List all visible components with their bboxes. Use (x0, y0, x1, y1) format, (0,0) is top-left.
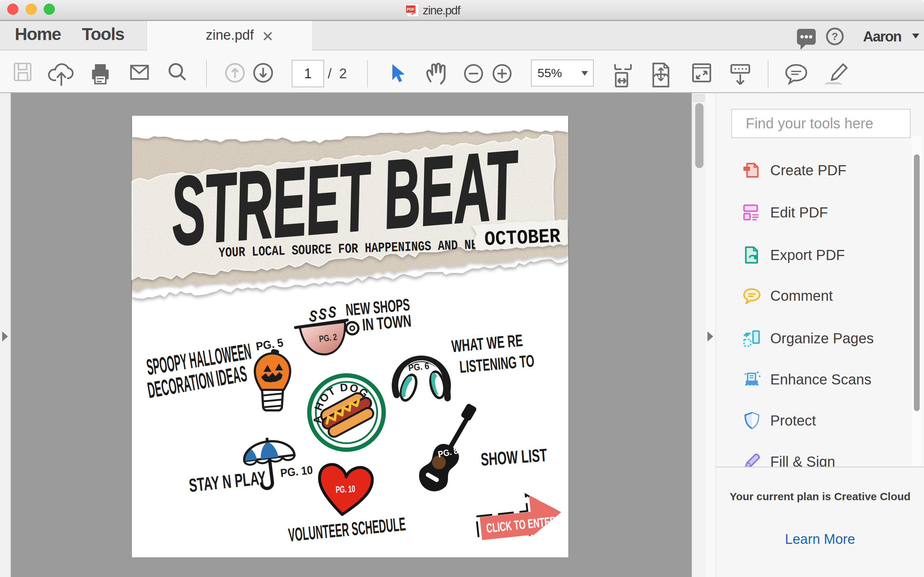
svg-text:PG. 10: PG. 10 (335, 483, 355, 495)
svg-text:?: ? (832, 30, 838, 42)
svg-text:OCTOBER: OCTOBER (484, 225, 561, 251)
svg-text:PDF: PDF (407, 7, 415, 11)
svg-text:PG. 6: PG. 6 (408, 360, 430, 373)
